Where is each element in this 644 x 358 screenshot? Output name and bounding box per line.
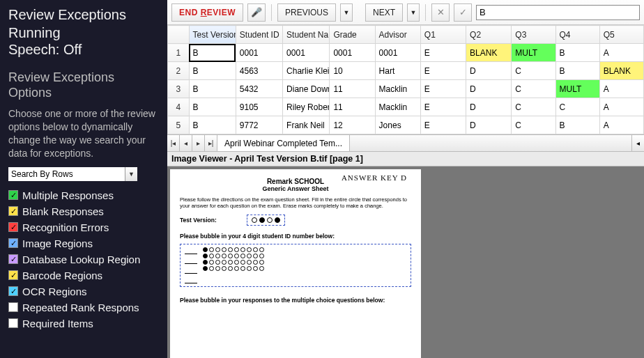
cell[interactable]: 5432 <box>236 80 282 98</box>
sheet-nav-prev-icon[interactable]: ◂ <box>180 135 192 151</box>
cell[interactable]: B <box>555 62 599 80</box>
review-option[interactable]: ✓Image Regions <box>8 238 159 249</box>
cell[interactable]: MULT <box>555 80 599 98</box>
sheet-nav-last-icon[interactable]: ▸| <box>205 135 217 151</box>
table-row[interactable]: 2B4563Charlie Klein10HartEDCBBLANK <box>168 62 644 80</box>
search-mode-dropdown[interactable]: Search By Rows ▼ <box>8 167 137 181</box>
cell[interactable]: Riley Robert <box>283 98 330 116</box>
review-option[interactable]: Required Items <box>8 318 159 329</box>
review-option[interactable]: ✓Multiple Responses <box>8 189 159 201</box>
column-header[interactable]: Advisor <box>375 26 420 44</box>
sheet-scroll-left-icon[interactable]: ◂ <box>631 135 644 151</box>
cell-edit-input[interactable] <box>476 5 640 20</box>
sheet-nav-next-icon[interactable]: ▸ <box>192 135 205 151</box>
cell[interactable]: B <box>189 80 236 98</box>
cell[interactable]: C <box>512 80 555 98</box>
cell[interactable]: A <box>599 80 643 98</box>
cell[interactable]: Diane Down <box>283 80 330 98</box>
previous-dropdown-button[interactable]: ▼ <box>340 3 353 22</box>
column-header[interactable]: Grade <box>330 26 375 44</box>
end-review-button[interactable]: END REVIEW <box>171 3 243 22</box>
review-option[interactable]: ✓Database Lookup Region <box>8 254 159 265</box>
checkbox-icon[interactable]: ✓ <box>8 254 18 264</box>
checkbox-icon[interactable]: ✓ <box>8 270 18 280</box>
cell[interactable]: 0001 <box>375 44 420 62</box>
column-header[interactable]: Q1 <box>420 26 466 44</box>
next-button[interactable]: NEXT <box>365 3 403 22</box>
cell[interactable]: 9105 <box>236 98 282 116</box>
checkbox-icon[interactable]: ✓ <box>8 238 18 248</box>
cell[interactable]: E <box>420 80 466 98</box>
row-number[interactable]: 5 <box>168 116 190 134</box>
cell[interactable]: C <box>555 98 599 116</box>
cell[interactable]: A <box>599 98 643 116</box>
cell[interactable]: C <box>512 116 555 134</box>
row-number[interactable]: 3 <box>168 80 190 98</box>
cell[interactable]: C <box>512 62 555 80</box>
cell[interactable]: Macklin <box>375 80 420 98</box>
cell[interactable]: 0001 <box>330 44 375 62</box>
previous-button[interactable]: PREVIOUS <box>277 3 336 22</box>
column-header[interactable]: Student ID <box>236 26 282 44</box>
review-option[interactable]: ✓Blank Responses <box>8 205 159 217</box>
cell[interactable]: BLANK <box>599 62 643 80</box>
row-number[interactable]: 4 <box>168 98 190 116</box>
checkbox-icon[interactable]: ✓ <box>8 222 18 232</box>
review-option[interactable]: Repeated Rank Respons <box>8 302 159 313</box>
table-row[interactable]: 5B9772Frank Neil12JonesEDCBA <box>168 116 644 134</box>
cell[interactable]: D <box>466 62 512 80</box>
cell[interactable]: E <box>420 62 466 80</box>
checkbox-icon[interactable]: ✓ <box>8 206 18 216</box>
row-header-corner[interactable] <box>168 26 190 44</box>
sheet-tab[interactable]: April Webinar Completed Tem... <box>217 135 350 151</box>
cell[interactable]: BLANK <box>466 44 512 62</box>
cell[interactable]: 11 <box>330 80 375 98</box>
column-header[interactable]: Q3 <box>512 26 555 44</box>
checkbox-icon[interactable]: ✓ <box>8 286 18 296</box>
column-header[interactable]: Q5 <box>599 26 643 44</box>
cancel-icon[interactable]: ✕ <box>431 3 450 22</box>
cell[interactable]: A <box>599 44 643 62</box>
cell[interactable]: A <box>599 116 643 134</box>
checkbox-icon[interactable]: ✓ <box>8 190 18 200</box>
cell[interactable]: B <box>189 62 236 80</box>
column-header[interactable]: Q4 <box>555 26 599 44</box>
cell[interactable]: Macklin <box>375 98 420 116</box>
cell[interactable]: 10 <box>330 62 375 80</box>
cell[interactable]: E <box>420 116 466 134</box>
cell[interactable]: 12 <box>330 116 375 134</box>
microphone-icon[interactable]: 🎤 <box>247 3 266 22</box>
column-header[interactable]: Q2 <box>466 26 512 44</box>
table-row[interactable]: 3B5432Diane Down11MacklinEDCMULTA <box>168 80 644 98</box>
table-row[interactable]: 1B0001000100010001EBLANKMULTBA <box>168 44 644 62</box>
cell[interactable]: 9772 <box>236 116 282 134</box>
cell[interactable]: 4563 <box>236 62 282 80</box>
dropdown-arrow-icon[interactable]: ▼ <box>125 167 137 181</box>
cell[interactable]: Jones <box>375 116 420 134</box>
cell[interactable]: MULT <box>512 44 555 62</box>
cell[interactable]: Hart <box>375 62 420 80</box>
review-option[interactable]: ✓OCR Regions <box>8 286 159 297</box>
table-row[interactable]: 4B9105Riley Robert11MacklinEDCCA <box>168 98 644 116</box>
row-number[interactable]: 2 <box>168 62 190 80</box>
column-header[interactable]: Student Nam <box>283 26 330 44</box>
cell[interactable]: B <box>189 116 236 134</box>
review-option[interactable]: ✓Recognition Errors <box>8 221 159 233</box>
cell[interactable]: D <box>466 116 512 134</box>
cell[interactable]: B <box>555 116 599 134</box>
cell[interactable]: 11 <box>330 98 375 116</box>
checkbox-icon[interactable] <box>8 302 18 312</box>
cell[interactable]: D <box>466 80 512 98</box>
cell[interactable]: Frank Neil <box>283 116 330 134</box>
data-grid[interactable]: Test VersionStudent IDStudent NamGradeAd… <box>167 25 644 134</box>
cell[interactable]: 0001 <box>236 44 282 62</box>
sheet-nav-first-icon[interactable]: |◂ <box>167 135 180 151</box>
cell[interactable]: C <box>512 98 555 116</box>
cell[interactable]: B <box>555 44 599 62</box>
cell[interactable]: D <box>466 98 512 116</box>
cell[interactable]: B <box>189 98 236 116</box>
row-number[interactable]: 1 <box>168 44 190 62</box>
column-header[interactable]: Test Version <box>189 26 236 44</box>
cell[interactable]: E <box>420 98 466 116</box>
cell[interactable]: E <box>420 44 466 62</box>
